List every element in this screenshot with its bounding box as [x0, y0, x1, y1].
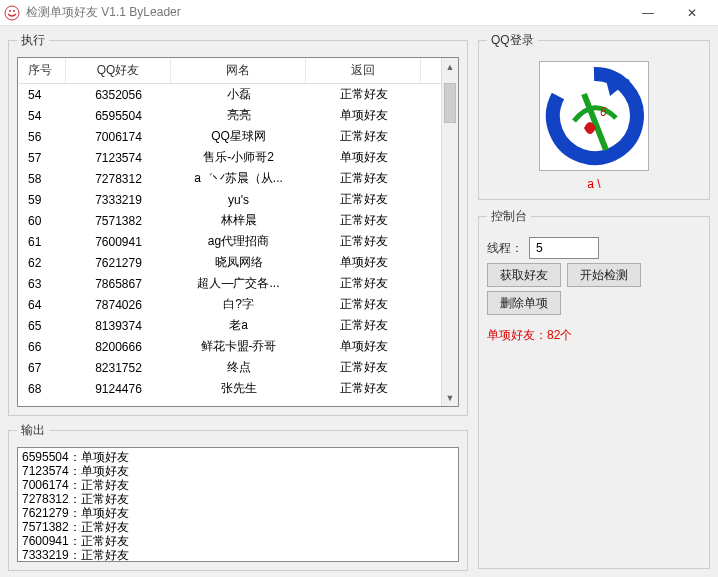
- table-row[interactable]: 647874026白?字正常好友: [18, 294, 458, 315]
- app-icon: [4, 5, 20, 21]
- login-legend: QQ登录: [487, 32, 538, 49]
- cell-nick: 小磊: [171, 86, 306, 103]
- console-legend: 控制台: [487, 208, 531, 225]
- output-legend: 输出: [17, 422, 49, 439]
- cell-ret: 正常好友: [306, 317, 421, 334]
- cell-nick: 老a: [171, 317, 306, 334]
- cell-ret: 正常好友: [306, 359, 421, 376]
- cell-nick: 林梓晨: [171, 212, 306, 229]
- cell-ret: 单项好友: [306, 254, 421, 271]
- fetch-friends-button[interactable]: 获取好友: [487, 263, 561, 287]
- table-row[interactable]: 546352056小磊正常好友: [18, 84, 458, 105]
- cell-seq: 62: [18, 256, 66, 270]
- cell-seq: 56: [18, 130, 66, 144]
- table-row[interactable]: 637865867超人—广交各...正常好友: [18, 273, 458, 294]
- avatar[interactable]: 6: [539, 61, 649, 171]
- cell-nick: a゛丷苏晨（从...: [171, 170, 306, 187]
- cell-qq: 9124476: [66, 382, 171, 396]
- cell-nick: 白?字: [171, 296, 306, 313]
- table-row[interactable]: 577123574售乐-小师哥2单项好友: [18, 147, 458, 168]
- cell-seq: 65: [18, 319, 66, 333]
- cell-qq: 6595504: [66, 109, 171, 123]
- cell-qq: 6352056: [66, 88, 171, 102]
- scroll-track[interactable]: [442, 75, 458, 389]
- cell-seq: 60: [18, 214, 66, 228]
- scroll-up-icon[interactable]: ▲: [442, 58, 458, 75]
- col-nick[interactable]: 网名: [171, 58, 306, 83]
- list-scrollbar[interactable]: ▲ ▼: [441, 58, 458, 406]
- console-group: 控制台 线程： 获取好友 开始检测 删除单项 单项好友：82个: [478, 208, 710, 569]
- avatar-caption: a \: [587, 177, 600, 191]
- cell-seq: 67: [18, 361, 66, 375]
- cell-ret: 正常好友: [306, 170, 421, 187]
- close-icon: ✕: [687, 6, 697, 20]
- scroll-thumb[interactable]: [444, 83, 456, 123]
- cell-seq: 54: [18, 109, 66, 123]
- cell-qq: 8200666: [66, 340, 171, 354]
- cell-ret: 正常好友: [306, 128, 421, 145]
- output-group: 输出 6595504：单项好友 7123574：单项好友 7006174：正常好…: [8, 422, 468, 571]
- minimize-button[interactable]: —: [626, 0, 670, 26]
- cell-nick: 张先生: [171, 380, 306, 397]
- col-qq[interactable]: QQ好友: [66, 58, 171, 83]
- cell-nick: QQ星球网: [171, 128, 306, 145]
- cell-seq: 63: [18, 277, 66, 291]
- start-check-button[interactable]: 开始检测: [567, 263, 641, 287]
- cell-seq: 54: [18, 88, 66, 102]
- cell-ret: 单项好友: [306, 107, 421, 124]
- cell-seq: 57: [18, 151, 66, 165]
- cell-qq: 7278312: [66, 172, 171, 186]
- cell-qq: 7571382: [66, 214, 171, 228]
- table-row[interactable]: 658139374老a正常好友: [18, 315, 458, 336]
- table-row[interactable]: 597333219yu's正常好友: [18, 189, 458, 210]
- svg-point-0: [5, 6, 19, 20]
- cell-nick: yu's: [171, 193, 306, 207]
- scroll-down-icon[interactable]: ▼: [442, 389, 458, 406]
- output-text[interactable]: 6595504：单项好友 7123574：单项好友 7006174：正常好友 7…: [17, 447, 459, 562]
- cell-qq: 7621279: [66, 256, 171, 270]
- table-row[interactable]: 567006174QQ星球网正常好友: [18, 126, 458, 147]
- cell-seq: 66: [18, 340, 66, 354]
- svg-text:6: 6: [600, 105, 607, 119]
- cell-seq: 59: [18, 193, 66, 207]
- table-row[interactable]: 627621279晓凤网络单项好友: [18, 252, 458, 273]
- table-row[interactable]: 668200666鲜花卡盟-乔哥单项好友: [18, 336, 458, 357]
- friend-list[interactable]: 序号 QQ好友 网名 返回 546352056小磊正常好友546595504亮亮…: [17, 57, 459, 407]
- cell-seq: 64: [18, 298, 66, 312]
- col-ret[interactable]: 返回: [306, 58, 421, 83]
- avatar-image: 6: [544, 66, 644, 166]
- table-row[interactable]: 546595504亮亮单项好友: [18, 105, 458, 126]
- cell-ret: 单项好友: [306, 149, 421, 166]
- cell-nick: 超人—广交各...: [171, 275, 306, 292]
- cell-ret: 正常好友: [306, 233, 421, 250]
- cell-qq: 8139374: [66, 319, 171, 333]
- cell-nick: 终点: [171, 359, 306, 376]
- cell-ret: 正常好友: [306, 275, 421, 292]
- table-row[interactable]: 587278312a゛丷苏晨（从...正常好友: [18, 168, 458, 189]
- cell-ret: 正常好友: [306, 191, 421, 208]
- svg-point-2: [13, 10, 15, 12]
- svg-point-1: [9, 10, 11, 12]
- cell-nick: 亮亮: [171, 107, 306, 124]
- close-button[interactable]: ✕: [670, 0, 714, 26]
- cell-ret: 正常好友: [306, 296, 421, 313]
- thread-input[interactable]: [529, 237, 599, 259]
- status-text: 单项好友：82个: [487, 327, 701, 344]
- cell-ret: 正常好友: [306, 212, 421, 229]
- table-row[interactable]: 607571382林梓晨正常好友: [18, 210, 458, 231]
- cell-ret: 单项好友: [306, 338, 421, 355]
- cell-seq: 58: [18, 172, 66, 186]
- window-title: 检测单项好友 V1.1 ByLeader: [26, 4, 626, 21]
- thread-label: 线程：: [487, 240, 523, 257]
- table-row[interactable]: 617600941ag代理招商正常好友: [18, 231, 458, 252]
- cell-qq: 7874026: [66, 298, 171, 312]
- cell-nick: ag代理招商: [171, 233, 306, 250]
- cell-seq: 61: [18, 235, 66, 249]
- titlebar: 检测单项好友 V1.1 ByLeader — ✕: [0, 0, 718, 26]
- table-row[interactable]: 678231752终点正常好友: [18, 357, 458, 378]
- cell-qq: 8231752: [66, 361, 171, 375]
- delete-single-button[interactable]: 删除单项: [487, 291, 561, 315]
- exec-group: 执行 序号 QQ好友 网名 返回 546352056小磊正常好友54659550…: [8, 32, 468, 416]
- table-row[interactable]: 689124476张先生正常好友: [18, 378, 458, 399]
- col-seq[interactable]: 序号: [18, 58, 66, 83]
